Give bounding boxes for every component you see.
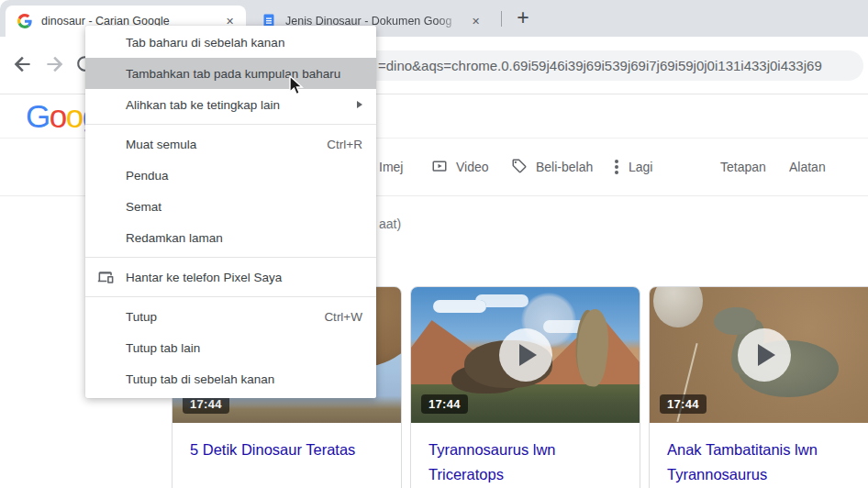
video-duration-badge: 17:44 (421, 394, 468, 414)
more-vertical-icon (615, 165, 618, 169)
tools-link-alatan[interactable]: Alatan (789, 158, 826, 176)
result-stats-fragment: aat) (379, 216, 401, 231)
shopping-tag-icon (511, 158, 528, 177)
forward-icon[interactable] (42, 52, 68, 78)
filter-tab-beli-belah[interactable]: Beli-belah (511, 158, 593, 176)
thumbnail-art (433, 300, 486, 313)
menu-item-close-other-tabs[interactable]: Tutup tab lain (85, 332, 376, 363)
menu-separator (85, 124, 376, 125)
menu-item-close-tabs-right[interactable]: Tutup tab di sebelah kanan (85, 363, 376, 394)
tab-context-menu: Tab baharu di sebelah kanan Tambahkan ta… (85, 26, 376, 398)
video-title-link[interactable]: Tyrannosaurus lwn Triceratops (411, 423, 640, 487)
video-title-link[interactable]: 5 Detik Dinosaur Teratas (172, 423, 401, 462)
tab-divider (501, 11, 502, 27)
browser-window: dinosaur - Carian Google ✕ Jenis Dinosau… (0, 0, 868, 488)
shortcut-label: Ctrl+R (327, 138, 362, 151)
filter-tab-lagi[interactable]: Lagi (613, 158, 652, 176)
submenu-arrow-icon (357, 101, 362, 108)
video-card[interactable]: 17:44 Anak Tambatitanis lwn Tyrannosauru… (649, 286, 868, 488)
video-thumbnail[interactable]: 17:44 (650, 287, 868, 423)
menu-separator (85, 296, 376, 297)
menu-item-pin[interactable]: Semat (85, 191, 376, 222)
video-play-icon (431, 158, 448, 177)
video-card[interactable]: 17:44 Tyrannosaurus lwn Triceratops (410, 286, 640, 488)
menu-separator (85, 257, 376, 258)
video-title-link[interactable]: Anak Tambatitanis lwn Tyrannosaurus (650, 423, 868, 487)
thumbnail-art (714, 307, 756, 335)
close-tab-icon[interactable]: ✕ (468, 14, 484, 29)
devices-icon (97, 269, 115, 289)
menu-item-add-tab-to-new-group[interactable]: Tambahkan tab pada kumpulan baharu (85, 58, 376, 89)
play-button-icon[interactable] (738, 328, 791, 382)
menu-item-move-tab-to-other-window[interactable]: Alihkan tab ke tetingkap lain (85, 89, 376, 120)
menu-item-new-tab-right[interactable]: Tab baharu di sebelah kanan (85, 27, 376, 58)
shortcut-label: Ctrl+W (324, 310, 362, 324)
mouse-cursor (288, 75, 308, 101)
settings-link-tetapan[interactable]: Tetapan (720, 158, 766, 176)
new-tab-button[interactable]: + (511, 6, 535, 30)
menu-item-reload[interactable]: Muat semula Ctrl+R (85, 128, 376, 160)
google-g-icon (17, 14, 32, 28)
menu-item-duplicate[interactable]: Pendua (85, 160, 376, 191)
filter-tab-video[interactable]: Video (431, 158, 489, 176)
play-button-icon[interactable] (499, 328, 552, 382)
back-icon[interactable] (11, 52, 37, 78)
video-duration-badge: 17:44 (660, 394, 707, 414)
menu-item-mute-site[interactable]: Redamkan laman (85, 222, 376, 253)
filter-tab-imej[interactable]: Imej (379, 158, 403, 176)
menu-item-close[interactable]: Tutup Ctrl+W (85, 301, 376, 332)
url-text[interactable]: =dino&aqs=chrome.0.69i59j46i39j69i539j69… (378, 58, 822, 73)
video-thumbnail[interactable]: 17:44 (411, 287, 640, 423)
thumbnail-art (653, 287, 703, 327)
menu-item-send-to-pixel-phone[interactable]: Hantar ke telefon Pixel Saya (85, 261, 376, 293)
